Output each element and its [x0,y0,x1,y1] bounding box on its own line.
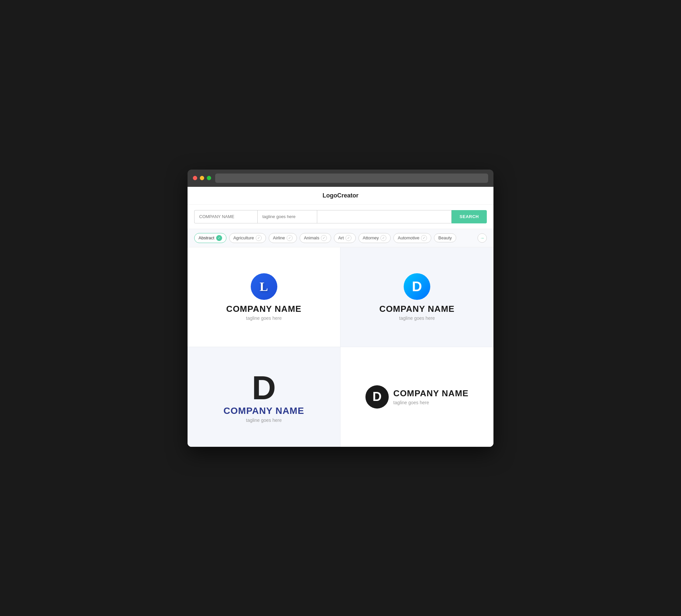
filter-label-art: Art [338,235,344,240]
traffic-lights [193,176,211,180]
filter-chip-airline[interactable]: Airline [269,233,297,243]
company-name-input[interactable] [194,210,257,223]
filter-label-agriculture: Agriculture [233,235,254,240]
filter-label-animals: Animals [304,235,319,240]
logo-card-4[interactable]: COMPANY NAME tagline goes here [340,347,494,447]
logo-card-3[interactable]: D COMPANY NAME tagline goes here [187,347,340,447]
filter-chip-agriculture[interactable]: Agriculture [229,233,266,243]
logo3-company-name: COMPANY NAME [224,406,304,416]
filter-chip-beauty[interactable]: Beauty [434,233,456,242]
logo1-tagline: tagline goes here [246,315,282,321]
browser-content: LogoCreator SEARCH Abstract Agriculture … [187,187,494,447]
check-icon-art [346,235,351,241]
filter-label-airline: Airline [273,235,285,240]
logo3-tagline: tagline goes here [246,417,282,423]
logo4-tagline: tagline goes here [394,400,469,405]
check-icon-abstract [216,235,222,241]
check-icon-airline [287,235,293,241]
check-icon-automotive [421,235,427,241]
app-title: LogoCreator [323,192,358,199]
close-button[interactable] [193,176,197,180]
maximize-button[interactable] [207,176,211,180]
filter-chip-animals[interactable]: Animals [300,233,331,243]
filter-label-abstract: Abstract [199,235,215,240]
filter-bar: Abstract Agriculture Airline Animals Art… [187,229,494,247]
address-bar[interactable] [215,174,488,183]
logo-grid: COMPANY NAME tagline goes here COMPANY N… [187,247,494,447]
filter-chip-abstract[interactable]: Abstract [194,233,226,243]
browser-titlebar [187,170,494,187]
filter-label-automotive: Automotive [398,235,419,240]
check-icon-animals [321,235,327,241]
logo2-icon [404,273,430,300]
filter-next-button[interactable]: → [478,233,487,243]
search-button[interactable]: SEARCH [452,210,487,223]
minimize-button[interactable] [200,176,204,180]
browser-window: LogoCreator SEARCH Abstract Agriculture … [187,170,494,447]
filter-label-beauty: Beauty [438,235,452,240]
logo3-icon: D [252,371,276,404]
logo2-company-name: COMPANY NAME [379,304,455,314]
filter-chip-attorney[interactable]: Attorney [358,233,391,243]
logo4-wrapper: COMPANY NAME tagline goes here [365,385,469,409]
logo4-company-name: COMPANY NAME [394,388,469,399]
logo4-text-block: COMPANY NAME tagline goes here [394,388,469,405]
filter-label-attorney: Attorney [363,235,379,240]
app-header: LogoCreator [187,187,494,205]
logo-card-2[interactable]: COMPANY NAME tagline goes here [340,247,494,347]
filter-chip-automotive[interactable]: Automotive [394,233,431,243]
check-icon-attorney [380,235,386,241]
logo1-icon [251,273,277,300]
logo4-icon [365,385,389,409]
tagline-input[interactable] [257,210,317,223]
filter-chip-art[interactable]: Art [334,233,356,243]
logo2-tagline: tagline goes here [399,315,435,321]
check-icon-agriculture [256,235,262,241]
search-bar: SEARCH [187,205,494,229]
extra-input[interactable] [317,210,452,223]
logo-card-1[interactable]: COMPANY NAME tagline goes here [187,247,340,347]
logo1-company-name: COMPANY NAME [226,304,301,314]
